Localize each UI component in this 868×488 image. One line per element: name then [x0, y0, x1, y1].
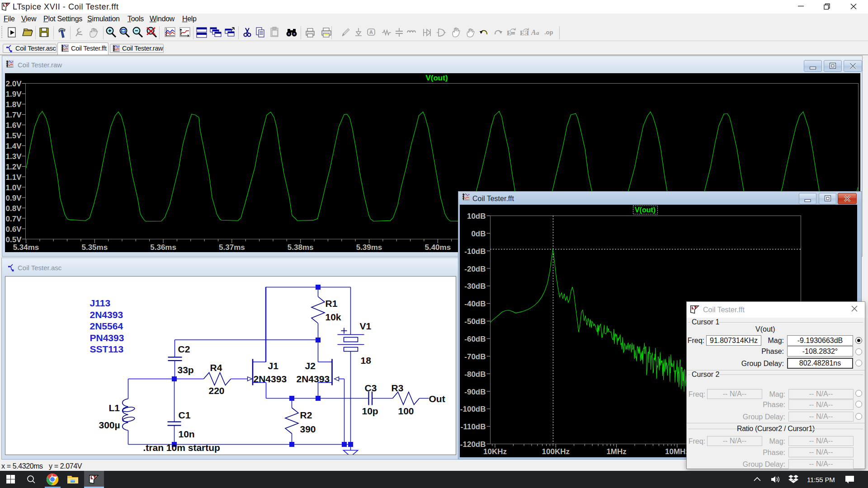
svg-text:18: 18 [361, 355, 372, 366]
svg-text:J1: J1 [268, 361, 279, 371]
svg-text:0.7V: 0.7V [6, 215, 22, 223]
svg-text:E: E [507, 29, 511, 37]
svg-text:2.0V: 2.0V [6, 80, 22, 88]
svg-text:300µ: 300µ [99, 420, 120, 430]
svg-text:-70dB: -70dB [464, 352, 486, 361]
svg-text:SST113: SST113 [90, 344, 124, 354]
svg-text:V(out): V(out) [425, 74, 448, 82]
svg-text:5.38ms: 5.38ms [288, 243, 314, 252]
svg-text:-120dB: -120dB [460, 440, 486, 449]
svg-text:-80dB: -80dB [464, 370, 486, 379]
svg-text:0.8V: 0.8V [6, 204, 22, 213]
svg-text:-10dB: -10dB [464, 247, 486, 256]
svg-text:C3: C3 [365, 383, 377, 393]
svg-text:A: A [531, 28, 536, 36]
svg-text:1.1V: 1.1V [6, 173, 22, 182]
svg-text:0dB: 0dB [471, 230, 486, 238]
svg-text:E: E [520, 29, 524, 37]
svg-text:5.35ms: 5.35ms [81, 243, 108, 252]
svg-text:-90dB: -90dB [464, 388, 486, 396]
svg-text:.op: .op [544, 29, 553, 36]
svg-text:390: 390 [300, 424, 316, 434]
svg-text:10n: 10n [179, 429, 195, 439]
svg-text:2N5564: 2N5564 [90, 321, 123, 331]
svg-text:A: A [369, 29, 373, 35]
svg-text:10KHz: 10KHz [483, 447, 507, 456]
svg-text:10k: 10k [326, 312, 341, 322]
svg-text:5.37ms: 5.37ms [219, 243, 245, 252]
svg-text:V1: V1 [360, 321, 372, 331]
svg-text:10p: 10p [362, 406, 378, 416]
svg-text:2N4393: 2N4393 [254, 374, 287, 384]
svg-text:.tran 10m startup: .tran 10m startup [143, 442, 220, 453]
svg-text:-100dB: -100dB [460, 405, 486, 413]
svg-text:1.8V: 1.8V [6, 100, 22, 109]
svg-text:1.0V: 1.0V [6, 183, 22, 192]
svg-text:J113: J113 [90, 298, 111, 308]
svg-text:-110dB: -110dB [461, 422, 486, 431]
svg-text:1.2V: 1.2V [6, 163, 22, 171]
svg-text:-30dB: -30dB [464, 282, 486, 291]
svg-text:33p: 33p [178, 365, 194, 375]
svg-text:1.9V: 1.9V [6, 90, 22, 99]
svg-text:Out: Out [429, 394, 445, 404]
svg-text:220: 220 [209, 385, 225, 396]
svg-text:-50dB: -50dB [464, 317, 486, 326]
svg-text:0.9V: 0.9V [6, 194, 22, 202]
svg-text:5.39ms: 5.39ms [356, 243, 382, 252]
svg-text:1.6V: 1.6V [6, 121, 22, 130]
svg-text:1.7V: 1.7V [6, 111, 22, 119]
svg-text:1.5V: 1.5V [6, 131, 22, 140]
svg-text:1MHz: 1MHz [606, 447, 626, 456]
svg-text:5.36ms: 5.36ms [150, 243, 176, 252]
svg-text:C1: C1 [179, 410, 191, 420]
svg-text:10MHz: 10MHz [665, 447, 689, 456]
svg-text:100: 100 [398, 406, 414, 416]
svg-text:C2: C2 [178, 344, 190, 354]
svg-text:1.4V: 1.4V [6, 142, 22, 150]
svg-text:Ǝ: Ǝ [524, 29, 529, 37]
svg-text:R2: R2 [300, 410, 312, 420]
svg-text:5.40ms: 5.40ms [425, 243, 451, 252]
svg-text:-20dB: -20dB [464, 265, 486, 273]
svg-text:1.3V: 1.3V [6, 152, 22, 161]
svg-text:R3: R3 [392, 383, 404, 393]
svg-text:R4: R4 [210, 362, 222, 373]
svg-text:0.6V: 0.6V [6, 225, 22, 234]
svg-text:100KHz: 100KHz [542, 447, 570, 456]
svg-text:2N4393: 2N4393 [90, 310, 123, 320]
svg-text:2N4393: 2N4393 [297, 374, 330, 384]
svg-text:L1: L1 [109, 403, 120, 413]
svg-text:PN4393: PN4393 [90, 333, 124, 343]
svg-text:-60dB: -60dB [464, 335, 486, 343]
svg-text:V(out): V(out) [635, 206, 656, 214]
svg-text:10dB: 10dB [467, 212, 486, 221]
svg-text:J2: J2 [305, 361, 316, 371]
svg-text:5.34ms: 5.34ms [13, 243, 39, 252]
svg-text:a: a [536, 29, 539, 36]
svg-text:-40dB: -40dB [464, 300, 486, 308]
svg-text:R1: R1 [326, 298, 338, 309]
